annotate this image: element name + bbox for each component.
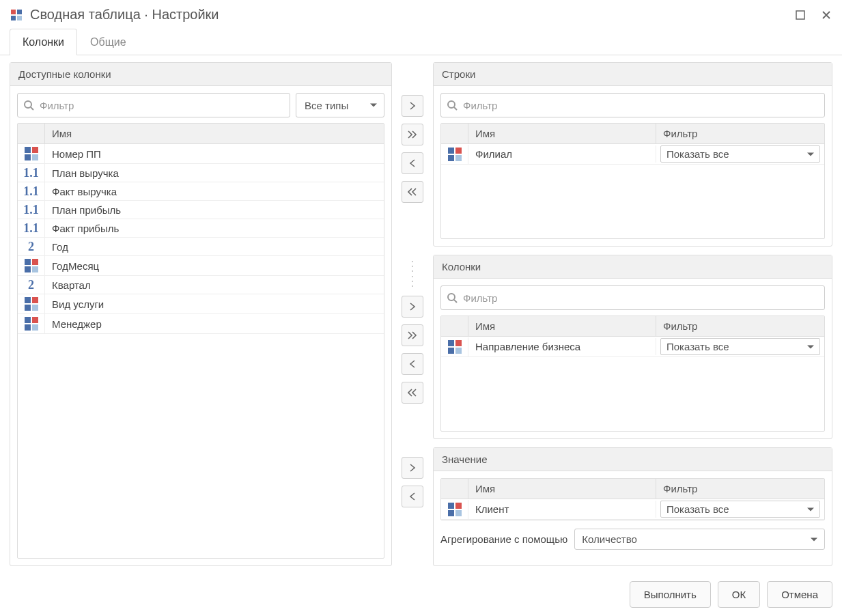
table-row[interactable]: Направление бизнесаПоказать все [441,337,824,357]
table-row[interactable]: 1.1План выручка [18,164,384,182]
columns-filter-input[interactable] [458,288,819,308]
rows-filter-header: Фильтр [656,124,824,143]
row-name: План выручка [45,165,384,182]
row-name: Квартал [45,277,384,294]
svg-rect-0 [11,10,16,14]
type-squares-icon [448,503,462,516]
search-icon [447,100,458,111]
svg-rect-2 [11,16,16,20]
type-select[interactable]: Все типы [296,93,384,117]
rows-filter-input[interactable] [458,96,819,115]
svg-point-7 [448,294,455,300]
columns-header: Колонки [434,255,832,279]
move-right-value-button[interactable] [402,457,423,479]
move-all-right-rows-button[interactable] [402,124,423,145]
type-decimal-icon: 1.1 [22,204,41,216]
titlebar: Сводная таблица · Настройки [0,0,842,28]
execute-button[interactable]: Выполнить [630,581,711,608]
maximize-button[interactable] [794,9,806,21]
table-row[interactable]: КлиентПоказать все [441,499,824,520]
move-right-cols-button[interactable] [402,296,423,318]
row-filter-select[interactable]: Показать все [660,338,820,355]
aggregation-label: Агрегирование с помощью [440,533,567,545]
type-squares-icon [25,317,38,331]
move-right-rows-button[interactable] [402,95,423,117]
value-header: Значение [434,448,832,471]
svg-rect-1 [17,10,22,14]
type-decimal-icon: 1.1 [22,167,41,179]
type-squares-icon [448,148,462,161]
move-left-rows-button[interactable] [402,152,423,174]
move-left-cols-button[interactable] [402,353,423,375]
rows-name-header: Имя [468,124,656,143]
table-row[interactable]: 1.1Факт прибыль [18,219,384,238]
row-name: Менеджер [45,316,384,333]
value-grid: Имя Фильтр КлиентПоказать все [440,478,825,520]
table-row[interactable]: 2Год [18,238,384,256]
type-integer-icon: 2 [22,240,41,253]
columns-name-header: Имя [468,316,656,336]
available-filter-wrap [17,93,290,117]
row-name: Направление бизнеса [468,338,656,355]
aggregation-select[interactable]: Количество [574,529,825,550]
ok-button[interactable]: ОК [718,581,760,608]
table-row[interactable]: Номер ПП [18,144,384,164]
columns-filter-header: Фильтр [656,316,824,336]
tabs: Колонки Общие [0,28,842,55]
rows-grid: Имя Фильтр ФилиалПоказать все [440,123,825,239]
move-left-value-button[interactable] [402,486,423,507]
close-button[interactable] [820,9,832,21]
drag-handle-icon [410,259,415,289]
svg-rect-3 [17,16,22,20]
row-name: Год [45,238,384,255]
footer: Выполнить ОК Отмена [0,573,842,616]
row-name: ГодМесяц [45,257,384,275]
svg-point-6 [448,101,455,108]
move-all-left-cols-button[interactable] [402,382,423,404]
svg-point-5 [25,101,31,108]
search-icon [23,100,34,111]
window-title: Сводная таблица · Настройки [30,7,781,23]
columns-filter-wrap [440,285,825,310]
tab-columns[interactable]: Колонки [10,29,77,55]
row-name: План прибыль [45,201,384,219]
table-row[interactable]: 1.1Факт выручка [18,182,384,201]
search-icon [447,292,458,303]
table-row[interactable]: ГодМесяц [18,256,384,276]
move-all-left-rows-button[interactable] [402,181,423,203]
rows-panel: Строки Имя Фильтр Фил [433,62,832,247]
row-name: Номер ПП [45,145,384,163]
rows-filter-wrap [440,93,825,117]
tab-general[interactable]: Общие [77,29,139,55]
type-squares-icon [25,297,38,311]
value-filter-header: Фильтр [656,479,824,499]
rows-header: Строки [434,63,832,86]
columns-grid: Имя Фильтр Направление бизнесаПоказать в… [440,316,825,432]
type-squares-icon [25,259,38,272]
table-row[interactable]: Вид услуги [18,294,384,314]
table-row[interactable]: 2Квартал [18,276,384,294]
available-header: Доступные колонки [10,63,391,86]
row-name: Клиент [468,501,656,518]
value-name-header: Имя [468,479,656,499]
type-squares-icon [448,340,462,354]
available-filter-input[interactable] [34,96,284,115]
available-panel: Доступные колонки Все типы Имя Номер ПП1… [10,62,392,566]
type-decimal-icon: 1.1 [22,222,41,234]
row-name: Факт выручка [45,183,384,200]
available-name-header: Имя [45,124,384,143]
table-row[interactable]: 1.1План прибыль [18,201,384,219]
type-select-label: Все типы [305,100,348,111]
aggregation-value: Количество [582,533,637,545]
columns-panel: Колонки Имя Фильтр На [433,255,832,439]
table-row[interactable]: ФилиалПоказать все [441,144,824,165]
row-name: Вид услуги [45,296,384,313]
app-icon [10,8,23,22]
move-all-right-cols-button[interactable] [402,324,423,346]
move-buttons [399,62,426,566]
table-row[interactable]: Менеджер [18,314,384,334]
row-name: Факт прибыль [45,220,384,237]
row-filter-select[interactable]: Показать все [660,501,820,518]
row-filter-select[interactable]: Показать все [660,145,820,163]
cancel-button[interactable]: Отмена [767,581,832,608]
